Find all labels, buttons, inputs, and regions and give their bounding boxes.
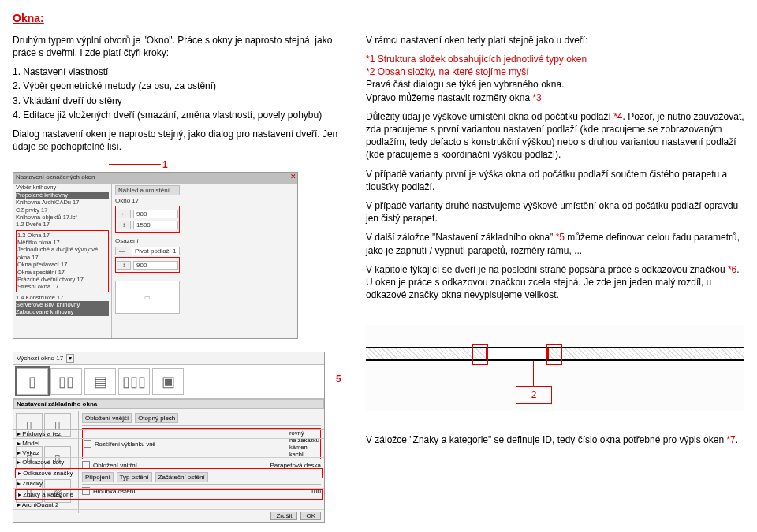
note-1: *1 Struktura složek obsahujících jednotl… [366, 53, 744, 65]
paragraph-r4: V případě varianty druhé nastvujeme výšk… [366, 199, 744, 225]
dialog1-figure: 1 3 4 Nastavení označených oken ✕ Výběr … [13, 159, 352, 348]
note-2: *2 Obsah složky, na které stojíme myší [366, 65, 744, 78]
paragraph-r2: Důležitý údaj je výškové umístění okna o… [366, 110, 744, 162]
paragraph-r5: V další záložce "Nastavení základního ok… [366, 231, 744, 256]
step-2: 2. Výběr geometrické metody (za osu, za … [13, 80, 352, 92]
library-tree[interactable]: Výběr knihovny Propojené knihovny Knihov… [13, 182, 112, 338]
section-title: Okna: [13, 11, 744, 26]
basic-window-settings-dialog: Výchozí okno 17 ▾ ▯ ▯▯ ▤ ▯▯▯ ▣ Nastavení… [13, 352, 325, 523]
chevron-down-icon[interactable]: ▾ [66, 354, 74, 363]
dialog2-figure: 5 5 2 6 7 Výchozí okno 17 ▾ ▯ ▯▯ [13, 352, 352, 529]
dialog-title: Nastavení označených oken [16, 173, 95, 180]
callout-5a: 5 [336, 374, 341, 385]
sill-height-field[interactable]: 900 [133, 261, 178, 270]
tab-outer-lining[interactable]: Obložení vnější [82, 413, 132, 423]
intro-paragraph: Druhým typem výplní otvorů je "Okno". Pr… [13, 34, 352, 59]
width-field[interactable]: 900 [133, 210, 178, 218]
dropdown[interactable]: Výchozí okno 17 [17, 355, 63, 362]
marker-row[interactable]: ▸ Odkazové značky [15, 468, 323, 478]
close-icon[interactable]: ✕ [290, 173, 296, 180]
window-opening-icon [486, 348, 549, 359]
height-field[interactable]: 1500 [133, 221, 178, 229]
paragraph-r7: V záložce "Znaky a kategorie" se definuj… [366, 433, 744, 446]
note-4: Vpravo můžeme nastavit rozměry okna *3 [366, 91, 744, 104]
window-settings-dialog: Nastavení označených oken ✕ Výběr knihov… [13, 172, 298, 339]
two-column-layout: Druhým typem výplní otvorů je "Okno". Pr… [13, 34, 744, 530]
step-1: 1. Nastavení vlastností [13, 65, 352, 78]
step-3: 3. Vkládání dveří do stěny [13, 95, 352, 107]
cancel-button[interactable]: Zrušit [270, 512, 297, 520]
wall-section-figure: 2 [366, 325, 744, 427]
paragraph-r6: V kapitole týkající se dveří je na posle… [366, 263, 744, 302]
tags-categories-row[interactable]: ▸ Znaky a kategorie [15, 489, 323, 500]
note-3: Pravá část dialogu se týká jen vybraného… [366, 78, 744, 91]
paragraph-2: Dialog nastavení oken je naprosto stejný… [13, 128, 352, 153]
settings-panel-title[interactable]: Nastavení základního okna [13, 399, 324, 409]
tab-heating-sheet[interactable]: Otopný plech [135, 413, 178, 423]
callout-1: 1 [162, 159, 168, 170]
paragraph-r3: V případě varianty první je výška okna o… [366, 168, 744, 193]
panel-tab[interactable]: Náhled a umístění [115, 185, 180, 195]
window-type-thumbnails[interactable]: ▯ ▯▯ ▤ ▯▯▯ ▣ [13, 365, 324, 399]
callout-2-section: 2 [516, 386, 552, 404]
right-intro: V rámci nastavení oken tedy platí stejně… [366, 34, 744, 47]
step-4: 4. Editace již vložených dveří (smazání,… [13, 109, 352, 121]
ok-button[interactable]: OK [300, 512, 321, 520]
